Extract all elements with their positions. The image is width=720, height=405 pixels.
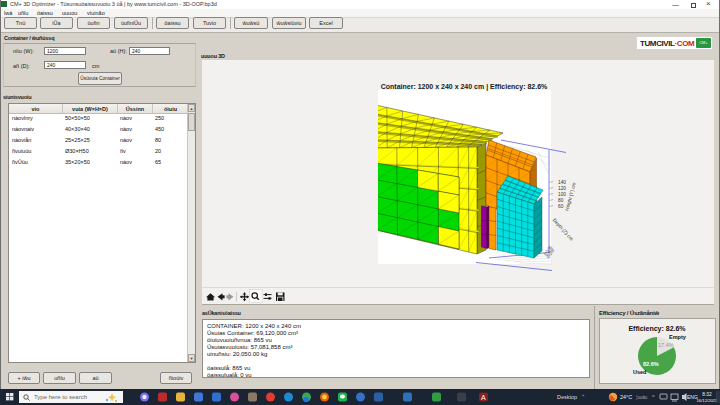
svg-text:82.6%: 82.6% <box>643 361 659 367</box>
svg-text:Type here to search: Type here to search <box>34 394 87 400</box>
svg-text:120: 120 <box>558 186 566 191</box>
svg-text:16/12/2025: 16/12/2025 <box>697 398 719 403</box>
svg-text:8:32: 8:32 <box>702 392 712 397</box>
svg-text:»: » <box>582 393 585 398</box>
svg-text:100: 100 <box>558 192 566 197</box>
svg-text:24°C: 24°C <box>620 394 632 400</box>
svg-text:60: 60 <box>558 204 564 209</box>
svg-text:Depth (Z) cm: Depth (Z) cm <box>552 217 574 241</box>
svg-text:¦uuäu: ¦uuäu <box>636 395 648 400</box>
svg-text:A: A <box>481 394 486 401</box>
svg-text:Desktop: Desktop <box>557 394 577 400</box>
svg-text:Empty: Empty <box>669 334 687 340</box>
svg-text:Height (Y) cm: Height (Y) cm <box>564 182 576 212</box>
svg-text:^: ^ <box>652 394 655 400</box>
svg-text:140: 140 <box>558 180 566 185</box>
svg-text:Used: Used <box>633 369 646 375</box>
svg-text:17.4%: 17.4% <box>658 342 674 348</box>
svg-text:80: 80 <box>558 198 564 203</box>
svg-text:Efficiency: 82.6%: Efficiency: 82.6% <box>628 325 686 333</box>
